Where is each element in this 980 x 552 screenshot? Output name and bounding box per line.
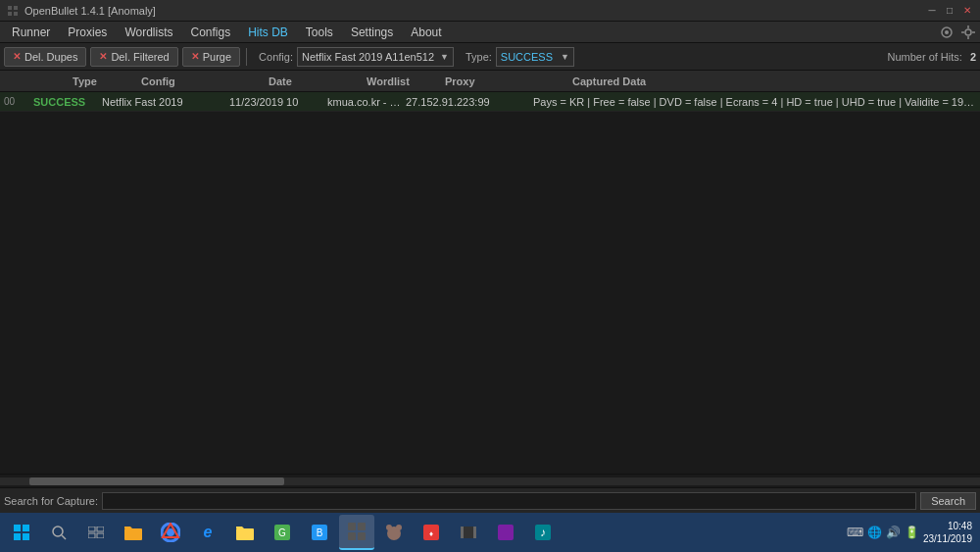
row-config: Netflix Fast 2019 — [102, 96, 229, 108]
taskbar-music-app[interactable]: ♪ — [525, 515, 561, 550]
type-dropdown-arrow: ▼ — [561, 52, 569, 62]
menu-about[interactable]: About — [403, 24, 449, 41]
app-icon — [6, 4, 20, 18]
table-body: 00 SUCCESS Netflix Fast 2019 11/23/2019 … — [0, 92, 980, 474]
svg-point-35 — [396, 525, 402, 530]
taskbar-file-explorer[interactable] — [116, 515, 151, 550]
svg-rect-40 — [473, 527, 476, 538]
svg-rect-17 — [88, 527, 95, 531]
taskbar-pinned-apps: e G B — [116, 515, 845, 550]
network-icon: 🌐 — [867, 526, 882, 539]
row-captured: Pays = KR | Free = false | DVD = false |… — [533, 96, 976, 108]
taskbar-folder[interactable] — [227, 515, 263, 550]
svg-rect-39 — [461, 527, 464, 538]
taskbar-clock[interactable]: 10:48 23/11/2019 — [923, 520, 972, 545]
search-bar: Search for Capture: Search — [0, 487, 980, 513]
table-row[interactable]: 00 SUCCESS Netflix Fast 2019 11/23/2019 … — [0, 92, 980, 112]
row-wordlist: kmua.co.kr - kmu — [327, 96, 406, 108]
taskbar-bear-app[interactable] — [376, 515, 412, 550]
row-type: SUCCESS — [33, 96, 102, 108]
svg-point-6 — [965, 29, 971, 35]
svg-text:G: G — [278, 527, 286, 538]
window-controls: ─ □ ✕ — [925, 4, 974, 18]
menu-bar: Runner Proxies Wordlists Configs Hits DB… — [0, 22, 980, 43]
maximize-button[interactable]: □ — [943, 4, 956, 18]
search-label: Search for Capture: — [4, 495, 98, 507]
purge-x-icon: ✕ — [191, 51, 199, 62]
keyboard-icon: ⌨ — [847, 526, 863, 539]
menu-tools[interactable]: Tools — [298, 24, 341, 41]
svg-line-16 — [62, 535, 66, 539]
taskbar-blue-app[interactable]: B — [302, 515, 337, 550]
del-dupes-x-icon: ✕ — [13, 51, 21, 62]
type-dropdown[interactable]: SUCCESS ▼ — [496, 47, 574, 67]
taskbar-ob-app[interactable] — [339, 515, 374, 550]
taskbar-ie[interactable]: e — [190, 515, 225, 550]
taskbar-film-app[interactable] — [451, 515, 486, 550]
svg-rect-18 — [97, 527, 104, 531]
minimize-button[interactable]: ─ — [925, 4, 939, 18]
start-button[interactable] — [4, 515, 39, 550]
col-proxy-header: Proxy — [445, 75, 572, 87]
svg-rect-30 — [358, 523, 366, 530]
svg-text:B: B — [317, 527, 323, 538]
search-input[interactable] — [102, 492, 916, 510]
menu-configs[interactable]: Configs — [183, 24, 239, 41]
svg-rect-0 — [8, 6, 12, 10]
taskbar-taskview[interactable] — [78, 515, 114, 550]
svg-rect-2 — [8, 12, 12, 16]
del-dupes-button[interactable]: ✕ Del. Dupes — [4, 47, 86, 67]
search-button[interactable]: Search — [920, 492, 976, 510]
svg-point-34 — [386, 525, 392, 530]
svg-rect-31 — [348, 532, 356, 540]
svg-rect-19 — [88, 533, 95, 538]
config-dropdown-arrow: ▼ — [440, 52, 449, 62]
svg-rect-14 — [23, 533, 29, 540]
toolbar-sep-1 — [246, 48, 247, 66]
menu-hitsdb[interactable]: Hits DB — [240, 24, 296, 41]
speaker-icon: 🔊 — [886, 526, 901, 539]
config-dropdown[interactable]: Netflix Fast 2019 A11en512 ▼ — [297, 47, 454, 67]
settings-icon — [960, 25, 976, 40]
svg-rect-3 — [14, 12, 18, 16]
camera-icon — [939, 25, 955, 40]
table-container: Type Config Date Wordlist Proxy Captured… — [0, 71, 980, 474]
scrollbar-area[interactable] — [0, 474, 980, 487]
toolbar: ✕ Del. Dupes ✕ Del. Filtered ✕ Purge Con… — [0, 43, 980, 71]
svg-text:♦: ♦ — [429, 529, 433, 538]
svg-rect-32 — [358, 532, 366, 540]
svg-rect-12 — [23, 525, 29, 531]
svg-point-5 — [945, 30, 949, 34]
close-button[interactable]: ✕ — [960, 4, 974, 18]
type-label: Type: — [466, 51, 492, 63]
menu-settings[interactable]: Settings — [343, 24, 401, 41]
row-num: 00 — [4, 96, 33, 107]
del-filtered-button[interactable]: ✕ Del. Filtered — [90, 47, 177, 67]
svg-rect-20 — [97, 533, 104, 538]
taskbar-tray: ⌨ 🌐 🔊 🔋 10:48 23/11/2019 — [847, 520, 976, 545]
scrollbar-track — [0, 477, 980, 485]
menu-proxies[interactable]: Proxies — [60, 24, 115, 41]
svg-rect-1 — [14, 6, 18, 10]
menu-wordlists[interactable]: Wordlists — [117, 24, 180, 41]
taskbar-red-app[interactable]: ♦ — [414, 515, 449, 550]
col-wordlist-header: Wordlist — [367, 75, 445, 87]
row-proxy: 27.152.91.223:99 — [406, 96, 533, 108]
taskbar-search[interactable] — [41, 515, 76, 550]
purge-button[interactable]: ✕ Purge — [182, 47, 240, 67]
title-bar: OpenBullet 1.4.1 [Anomaly] ─ □ ✕ — [0, 0, 980, 22]
taskbar-chrome[interactable] — [153, 515, 188, 550]
taskbar-green-app[interactable]: G — [265, 515, 300, 550]
system-icons: ⌨ 🌐 🔊 🔋 — [847, 526, 919, 539]
svg-point-15 — [53, 527, 63, 536]
hits-count: 2 — [970, 51, 976, 63]
col-captured-header: Captured Data — [572, 75, 976, 87]
taskbar-purple-app[interactable] — [488, 515, 523, 550]
config-label: Config: — [259, 51, 293, 63]
del-filtered-x-icon: ✕ — [99, 51, 107, 62]
table-header: Type Config Date Wordlist Proxy Captured… — [0, 71, 980, 92]
battery-icon: 🔋 — [905, 526, 919, 539]
taskbar: e G B — [0, 513, 980, 552]
menu-runner[interactable]: Runner — [4, 24, 58, 41]
scrollbar-thumb[interactable] — [29, 477, 284, 485]
